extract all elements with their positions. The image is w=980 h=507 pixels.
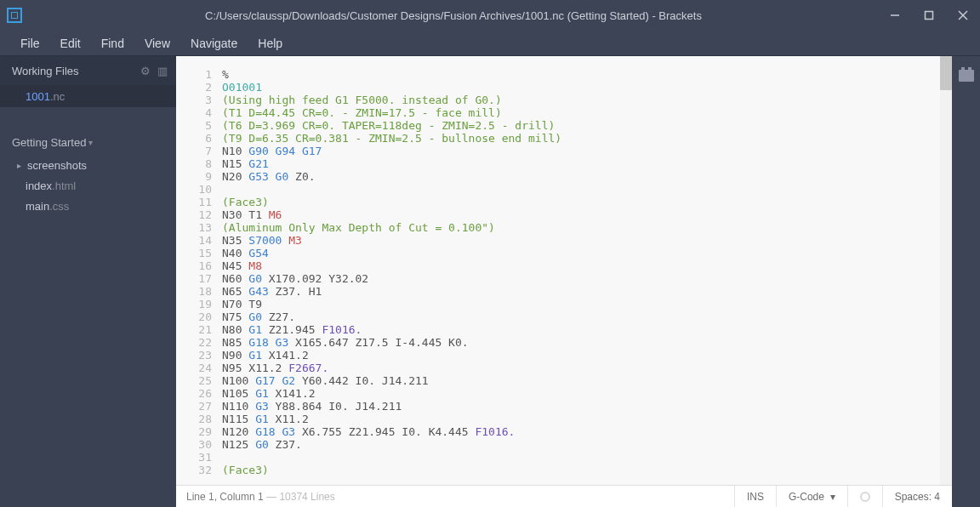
right-rail [952,56,980,507]
code-area[interactable]: 1234567891011121314151617181920212223242… [176,56,952,485]
menu-find[interactable]: Find [93,34,133,53]
status-spaces[interactable]: Spaces: 4 [882,486,952,507]
sidebar: Working Files ⚙ ▥ 1001.nc Getting Starte… [0,56,176,507]
status-lint[interactable] [847,486,882,507]
title-bar: C:/Users/claussp/Downloads/Customer Desi… [0,0,980,31]
window-title: C:/Users/claussp/Downloads/Customer Desi… [29,9,878,22]
file-tree: ▸screenshotsindex.htmlmain.css [0,155,176,216]
gear-icon[interactable]: ⚙ [140,65,151,77]
code-content[interactable]: %O01001(Using high feed G1 F5000. instea… [222,68,952,485]
project-label: Getting Started [12,136,86,149]
svg-rect-1 [926,12,933,20]
working-files-header[interactable]: Working Files ⚙ ▥ [0,56,176,85]
menu-file[interactable]: File [12,34,48,53]
menu-bar: FileEditFindViewNavigateHelp [0,31,980,56]
editor: 1234567891011121314151617181920212223242… [176,56,952,507]
split-icon[interactable]: ▥ [157,65,168,77]
tree-folder[interactable]: ▸screenshots [0,155,176,175]
status-cursor[interactable]: Line 1, Column 1 — 10374 Lines [176,491,345,503]
window-controls [878,0,980,31]
working-file[interactable]: 1001.nc [0,85,176,107]
menu-help[interactable]: Help [249,34,291,53]
extensions-icon[interactable] [959,70,974,82]
status-bar: Line 1, Column 1 — 10374 Lines INS G-Cod… [176,485,952,507]
tree-file[interactable]: index.html [0,175,176,196]
minimize-button[interactable] [878,0,912,31]
menu-edit[interactable]: Edit [52,34,89,53]
tree-file[interactable]: main.css [0,196,176,216]
circle-icon [860,492,870,502]
main-area: Working Files ⚙ ▥ 1001.nc Getting Starte… [0,56,980,507]
working-files-label: Working Files [12,65,79,77]
close-button[interactable] [946,0,980,31]
menu-navigate[interactable]: Navigate [182,34,246,53]
maximize-button[interactable] [912,0,946,31]
menu-view[interactable]: View [136,34,179,53]
status-ins[interactable]: INS [734,486,776,507]
working-files-list: 1001.nc [0,85,176,107]
scrollbar-thumb[interactable] [940,56,952,90]
status-language[interactable]: G-Code ▾ [776,486,847,507]
gutter: 1234567891011121314151617181920212223242… [176,68,222,485]
project-header[interactable]: Getting Started ▾ [0,129,176,155]
chevron-down-icon: ▾ [88,138,93,147]
scrollbar-track[interactable] [940,56,952,485]
app-icon [7,8,22,23]
